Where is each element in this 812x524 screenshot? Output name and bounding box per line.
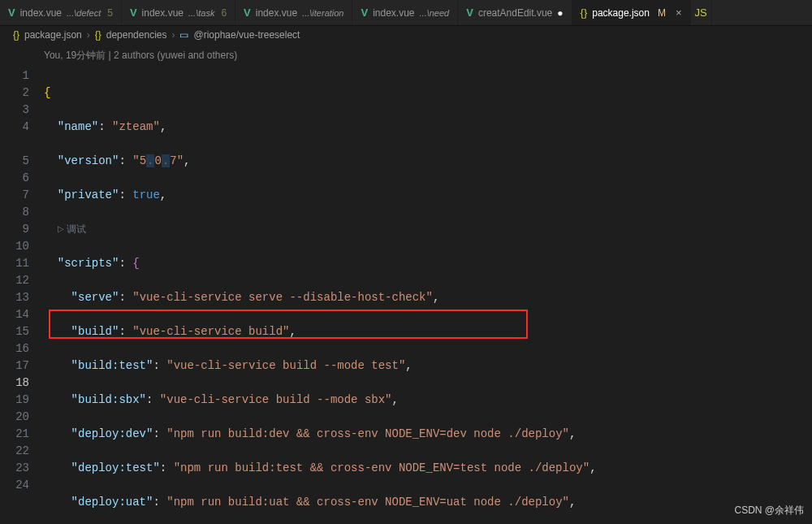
tab-task[interactable]: V index.vue ...\task 6 xyxy=(122,0,235,25)
tab-iteration[interactable]: V index.vue ...\iteration xyxy=(235,0,352,25)
vue-icon: V xyxy=(244,6,251,19)
tab-bar: V index.vue ...\defect 5 V index.vue ...… xyxy=(0,0,812,26)
tab-path: ...\task xyxy=(188,8,214,18)
line-gutter[interactable]: 1234 5678 9101112 13141516 17181920 2122… xyxy=(0,67,41,494)
tab-label: package.json xyxy=(592,7,650,19)
code-content[interactable]: { "name": "zteam", "version": "5.0.7", "… xyxy=(44,67,812,524)
vue-icon: V xyxy=(466,6,473,19)
string-icon: ▭ xyxy=(179,29,188,41)
tab-badge: 5 xyxy=(107,7,113,19)
chevron-right-icon: › xyxy=(87,29,90,41)
tab-label: index.vue xyxy=(20,7,62,19)
tab-creat-and-edit[interactable]: V creatAndEdit.vue ● xyxy=(458,0,572,25)
tab-path: ...\defect xyxy=(67,8,101,18)
tab-package-json[interactable]: {} package.json M × xyxy=(572,0,691,25)
tab-overflow[interactable]: JS xyxy=(691,0,712,25)
debug-codelens[interactable]: 调试 xyxy=(67,223,86,235)
brace-icon: {} xyxy=(95,29,102,41)
editor[interactable]: 1234 5678 9101112 13141516 17181920 2122… xyxy=(0,67,812,524)
tab-need[interactable]: V index.vue ...\need xyxy=(352,0,458,25)
json-icon: JS xyxy=(694,6,706,19)
tab-label: index.vue xyxy=(256,7,297,19)
tab-badge: 6 xyxy=(221,7,227,19)
json-icon: {} xyxy=(581,6,588,19)
breadcrumb-key[interactable]: dependencies xyxy=(106,29,167,41)
vue-icon: V xyxy=(361,6,368,19)
breadcrumb: {} package.json › {} dependencies › ▭ @r… xyxy=(0,26,812,44)
close-icon[interactable]: × xyxy=(676,6,682,19)
gitlens-blame[interactable]: You, 19分钟前 | 2 authors (yuwei and others… xyxy=(0,44,812,67)
breadcrumb-key[interactable]: @riophae/vue-treeselect xyxy=(193,29,300,41)
vue-icon: V xyxy=(130,6,137,19)
git-modified-badge: M xyxy=(658,7,666,19)
watermark: CSDN @余祥伟 xyxy=(734,504,804,518)
tab-path: ...\iteration xyxy=(302,8,343,18)
blame-text: You, 19分钟前 | 2 authors (yuwei and others… xyxy=(44,50,237,61)
tab-defect[interactable]: V index.vue ...\defect 5 xyxy=(0,0,122,25)
json-icon: {} xyxy=(13,29,19,41)
breadcrumb-file[interactable]: package.json xyxy=(24,29,82,41)
chevron-right-icon: › xyxy=(171,29,175,41)
tab-label: creatAndEdit.vue xyxy=(478,7,552,19)
tab-label: index.vue xyxy=(142,7,184,19)
vue-icon: V xyxy=(8,6,15,19)
tab-path: ...\need xyxy=(420,8,450,18)
dirty-dot-icon: ● xyxy=(557,7,563,19)
tab-label: index.vue xyxy=(373,7,414,19)
